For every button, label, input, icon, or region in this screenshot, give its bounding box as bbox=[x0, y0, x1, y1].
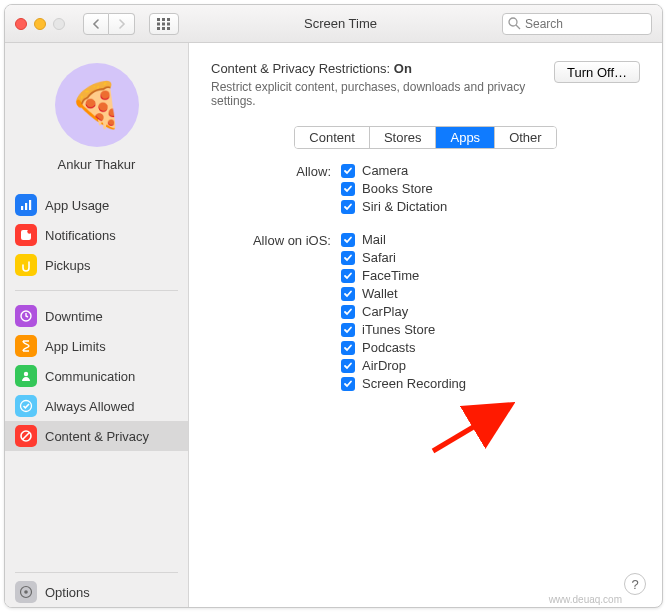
forward-button[interactable] bbox=[109, 13, 135, 35]
svg-rect-13 bbox=[29, 200, 31, 210]
chevron-left-icon bbox=[92, 19, 100, 29]
checkbox-row-podcasts: Podcasts bbox=[341, 340, 640, 355]
nosign-icon bbox=[15, 425, 37, 447]
back-button[interactable] bbox=[83, 13, 109, 35]
checkbox-label: Books Store bbox=[362, 181, 433, 196]
checkbox[interactable] bbox=[341, 323, 355, 337]
person-icon bbox=[15, 365, 37, 387]
sidebar-item-label: Notifications bbox=[45, 228, 116, 243]
svg-point-17 bbox=[24, 372, 28, 376]
svg-rect-2 bbox=[167, 18, 170, 21]
window-title: Screen Time bbox=[187, 16, 494, 31]
checkbox-label: Screen Recording bbox=[362, 376, 466, 391]
sidebar-item-communication[interactable]: Communication bbox=[5, 361, 188, 391]
checkbox-row-wallet: Wallet bbox=[341, 286, 640, 301]
checkbox-row-airdrop: AirDrop bbox=[341, 358, 640, 373]
sidebar-item-always-allowed[interactable]: Always Allowed bbox=[5, 391, 188, 421]
svg-line-23 bbox=[433, 407, 507, 451]
checkbox-row-siri-dictation: Siri & Dictation bbox=[341, 199, 640, 214]
hourglass-icon bbox=[15, 335, 37, 357]
sidebar: 🍕 Ankur Thakur App UsageNotificationsPic… bbox=[5, 43, 189, 607]
window-body: 🍕 Ankur Thakur App UsageNotificationsPic… bbox=[5, 43, 662, 607]
sidebar-item-label: Content & Privacy bbox=[45, 429, 149, 444]
checkbox[interactable] bbox=[341, 305, 355, 319]
checkbox[interactable] bbox=[341, 233, 355, 247]
main-content: Content & Privacy Restrictions: On Restr… bbox=[189, 43, 662, 607]
sidebar-item-content-privacy[interactable]: Content & Privacy bbox=[5, 421, 188, 451]
svg-point-15 bbox=[27, 229, 31, 233]
hand-icon bbox=[15, 254, 37, 276]
search-field[interactable] bbox=[502, 13, 652, 35]
svg-line-10 bbox=[516, 25, 520, 29]
sidebar-item-label: Options bbox=[45, 585, 90, 600]
checkbox-label: iTunes Store bbox=[362, 322, 435, 337]
grid-icon bbox=[157, 18, 171, 30]
window-controls bbox=[15, 18, 65, 30]
sidebar-item-pickups[interactable]: Pickups bbox=[5, 250, 188, 280]
settings-form: Allow:CameraBooks StoreSiri & DictationA… bbox=[211, 163, 640, 391]
preferences-window: Screen Time 🍕 Ankur Thakur App UsageNoti… bbox=[4, 4, 663, 608]
bell-icon bbox=[15, 224, 37, 246]
checkbox-label: Camera bbox=[362, 163, 408, 178]
checkbox-label: Siri & Dictation bbox=[362, 199, 447, 214]
sidebar-item-app-limits[interactable]: App Limits bbox=[5, 331, 188, 361]
tab-content[interactable]: Content bbox=[295, 127, 370, 148]
minimize-window-button[interactable] bbox=[34, 18, 46, 30]
checkbox-row-screen-recording: Screen Recording bbox=[341, 376, 640, 391]
section-label: Allow on iOS: bbox=[211, 232, 331, 248]
svg-rect-5 bbox=[167, 22, 170, 25]
gear-icon bbox=[15, 581, 37, 603]
sidebar-group-usage: App UsageNotificationsPickups bbox=[5, 184, 188, 286]
content-header: Content & Privacy Restrictions: On Restr… bbox=[211, 61, 640, 108]
svg-rect-11 bbox=[21, 206, 23, 210]
zoom-window-button[interactable] bbox=[53, 18, 65, 30]
sidebar-item-label: Pickups bbox=[45, 258, 91, 273]
profile-section: 🍕 Ankur Thakur bbox=[5, 43, 188, 184]
chevron-right-icon bbox=[118, 19, 126, 29]
section-label: Allow: bbox=[211, 163, 331, 179]
sidebar-item-label: Always Allowed bbox=[45, 399, 135, 414]
checkbox[interactable] bbox=[341, 287, 355, 301]
annotation-arrow bbox=[429, 399, 515, 455]
sidebar-item-label: App Usage bbox=[45, 198, 109, 213]
sidebar-item-downtime[interactable]: Downtime bbox=[5, 301, 188, 331]
checkbox[interactable] bbox=[341, 200, 355, 214]
checkbox[interactable] bbox=[341, 359, 355, 373]
tab-control: ContentStoresAppsOther bbox=[294, 126, 556, 149]
titlebar: Screen Time bbox=[5, 5, 662, 43]
checkbox[interactable] bbox=[341, 182, 355, 196]
clock-icon bbox=[15, 305, 37, 327]
page-subtitle: Restrict explicit content, purchases, do… bbox=[211, 80, 542, 108]
sidebar-item-app-usage[interactable]: App Usage bbox=[5, 190, 188, 220]
checkbox[interactable] bbox=[341, 251, 355, 265]
checkbox[interactable] bbox=[341, 164, 355, 178]
sidebar-item-notifications[interactable]: Notifications bbox=[5, 220, 188, 250]
checkbox-column: CameraBooks StoreSiri & Dictation bbox=[341, 163, 640, 214]
checkbox-label: Mail bbox=[362, 232, 386, 247]
show-all-button[interactable] bbox=[149, 13, 179, 35]
checkbox-row-carplay: CarPlay bbox=[341, 304, 640, 319]
svg-point-22 bbox=[24, 590, 28, 594]
avatar: 🍕 bbox=[55, 63, 139, 147]
checkbox-row-camera: Camera bbox=[341, 163, 640, 178]
checkbox-row-itunes-store: iTunes Store bbox=[341, 322, 640, 337]
help-button[interactable]: ? bbox=[624, 573, 646, 595]
checkbox-row-mail: Mail bbox=[341, 232, 640, 247]
checkbox[interactable] bbox=[341, 269, 355, 283]
search-input[interactable] bbox=[502, 13, 652, 35]
tab-apps[interactable]: Apps bbox=[436, 127, 495, 148]
svg-rect-12 bbox=[25, 203, 27, 210]
sidebar-item-options[interactable]: Options bbox=[5, 577, 188, 607]
checkbox-row-safari: Safari bbox=[341, 250, 640, 265]
turn-off-button[interactable]: Turn Off… bbox=[554, 61, 640, 83]
svg-rect-8 bbox=[167, 27, 170, 30]
user-name: Ankur Thakur bbox=[15, 157, 178, 172]
checkbox[interactable] bbox=[341, 377, 355, 391]
checkbox[interactable] bbox=[341, 341, 355, 355]
search-icon bbox=[508, 17, 521, 30]
svg-rect-3 bbox=[157, 22, 160, 25]
svg-rect-6 bbox=[157, 27, 160, 30]
tab-other[interactable]: Other bbox=[495, 127, 556, 148]
tab-stores[interactable]: Stores bbox=[370, 127, 437, 148]
close-window-button[interactable] bbox=[15, 18, 27, 30]
